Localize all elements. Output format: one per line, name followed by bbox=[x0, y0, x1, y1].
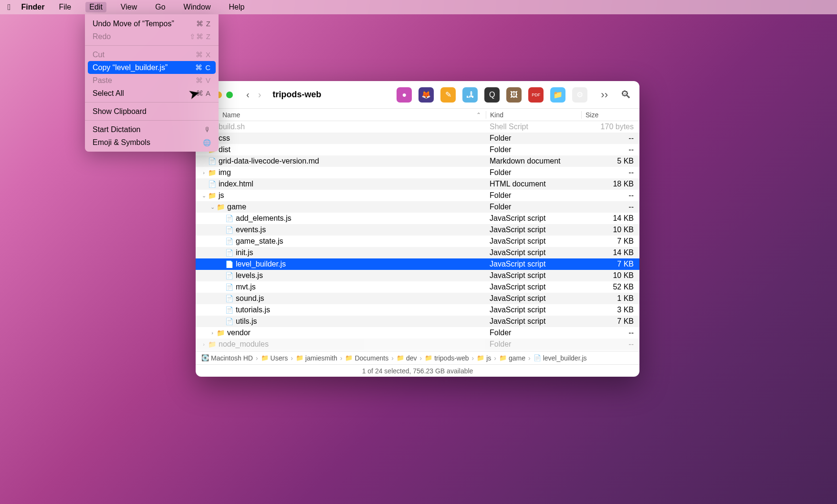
file-icon: 📄 bbox=[224, 272, 234, 279]
menu-undo[interactable]: Undo Move of “Tempos” ⌘ Z bbox=[85, 17, 219, 30]
file-name: dist bbox=[217, 145, 486, 154]
folder-icon: 📁 bbox=[207, 169, 217, 176]
menu-show-clipboard[interactable]: Show Clipboard bbox=[85, 105, 219, 118]
path-segment[interactable]: 📁Documents bbox=[345, 354, 388, 362]
menu-paste: Paste ⌘ V bbox=[85, 74, 219, 87]
search-icon[interactable]: 🔍︎ bbox=[620, 89, 631, 101]
overflow-button[interactable]: ›› bbox=[601, 89, 608, 101]
toolbar-app-app6[interactable]: 🖼 bbox=[506, 87, 522, 103]
file-kind: Folder bbox=[486, 340, 581, 349]
menu-paste-label: Paste bbox=[93, 76, 112, 85]
path-separator-icon: › bbox=[340, 354, 343, 362]
file-row[interactable]: 📄mvt.jsJavaScript script52 KB bbox=[196, 281, 639, 293]
menu-window[interactable]: Window bbox=[180, 2, 215, 12]
menu-help[interactable]: Help bbox=[225, 2, 248, 12]
path-label: tripods-web bbox=[434, 354, 469, 362]
file-size: -- bbox=[581, 134, 634, 143]
path-segment[interactable]: 📁js bbox=[477, 354, 491, 362]
toolbar-app-app9[interactable]: ⚙ bbox=[572, 87, 587, 103]
toolbar-app-pdf[interactable]: PDF bbox=[528, 87, 544, 103]
file-row[interactable]: ›📁node_modulesFolder-- bbox=[196, 339, 639, 350]
path-icon: 📁 bbox=[261, 354, 269, 361]
file-row[interactable]: 📄grid-data-livecode-version.mdMarkdown d… bbox=[196, 155, 639, 167]
folder-icon: 📁 bbox=[216, 329, 225, 337]
column-headers: Name ⌃ Kind Size bbox=[196, 109, 639, 121]
disclosure-icon[interactable]: › bbox=[209, 330, 216, 336]
header-name[interactable]: Name ⌃ bbox=[196, 111, 486, 119]
toolbar-app-firefox[interactable]: 🦊 bbox=[418, 87, 434, 103]
file-row[interactable]: 📄tutorials.jsJavaScript script3 KB bbox=[196, 304, 639, 316]
sort-indicator-icon: ⌃ bbox=[476, 112, 481, 118]
path-segment[interactable]: 📁game bbox=[499, 354, 525, 362]
menu-view[interactable]: View bbox=[117, 2, 141, 12]
toolbar-app-app1[interactable]: ● bbox=[397, 87, 412, 103]
path-label: dev bbox=[406, 354, 417, 362]
disclosure-icon[interactable]: › bbox=[200, 341, 207, 347]
disclosure-icon[interactable]: › bbox=[200, 170, 207, 175]
path-icon: 📁 bbox=[499, 354, 507, 361]
file-row[interactable]: 📄levels.jsJavaScript script10 KB bbox=[196, 270, 639, 281]
file-row[interactable]: 📁cssFolder-- bbox=[196, 133, 639, 144]
file-row[interactable]: 📄build.shShell Script170 bytes bbox=[196, 121, 639, 133]
toolbar-app-quicktime[interactable]: Q bbox=[484, 87, 500, 103]
header-kind[interactable]: Kind bbox=[486, 111, 581, 119]
file-name: tutorials.js bbox=[234, 306, 486, 314]
path-segment[interactable]: 📁dev bbox=[397, 354, 417, 362]
file-size: 7 KB bbox=[581, 237, 634, 246]
path-segment[interactable]: 💽Macintosh HD bbox=[201, 354, 253, 362]
app-name[interactable]: Finder bbox=[21, 3, 45, 11]
path-segment[interactable]: 📁Users bbox=[261, 354, 288, 362]
header-size[interactable]: Size bbox=[581, 111, 634, 119]
menu-dictation[interactable]: Start Dictation 🎙 bbox=[85, 123, 219, 136]
file-list[interactable]: 📄build.shShell Script170 bytes📁cssFolder… bbox=[196, 121, 639, 351]
file-name: game bbox=[225, 203, 486, 211]
back-button[interactable]: ‹ bbox=[246, 89, 250, 100]
disclosure-icon[interactable]: ⌄ bbox=[209, 204, 216, 210]
menu-emoji[interactable]: Emoji & Symbols 🌐 bbox=[85, 136, 219, 149]
toolbar-app-app3[interactable]: ✎ bbox=[440, 87, 456, 103]
toolbar-app-folder[interactable]: 📁 bbox=[550, 87, 565, 103]
file-kind: JavaScript script bbox=[486, 306, 581, 314]
file-row[interactable]: 📄events.jsJavaScript script10 KB bbox=[196, 224, 639, 236]
file-row[interactable]: ⌄📁jsFolder-- bbox=[196, 190, 639, 201]
file-row[interactable]: 📄index.htmlHTML document18 KB bbox=[196, 178, 639, 190]
file-name: node_modules bbox=[217, 340, 486, 349]
folder-icon: 📁 bbox=[207, 340, 217, 348]
menu-redo-shortcut: ⇧⌘ Z bbox=[189, 32, 211, 41]
file-row[interactable]: 📁distFolder-- bbox=[196, 144, 639, 155]
file-row[interactable]: 📄sound.jsJavaScript script1 KB bbox=[196, 293, 639, 304]
path-segment[interactable]: 📁tripods-web bbox=[425, 354, 469, 362]
path-separator-icon: › bbox=[291, 354, 293, 362]
forward-button[interactable]: › bbox=[258, 89, 262, 100]
menubar:  Finder File Edit View Go Window Help bbox=[0, 0, 837, 14]
menu-copy[interactable]: Copy “level_builder.js” ⌘ C bbox=[88, 61, 216, 74]
menu-dictation-label: Start Dictation bbox=[93, 125, 140, 134]
path-icon: 💽 bbox=[201, 354, 209, 361]
file-row[interactable]: 📄init.jsJavaScript script14 KB bbox=[196, 247, 639, 258]
path-segment[interactable]: 📄level_builder.js bbox=[534, 354, 587, 362]
file-row[interactable]: 📄add_elements.jsJavaScript script14 KB bbox=[196, 213, 639, 224]
file-row[interactable]: 📄game_state.jsJavaScript script7 KB bbox=[196, 236, 639, 247]
file-row[interactable]: 📄level_builder.jsJavaScript script7 KB bbox=[196, 258, 639, 270]
disclosure-icon[interactable]: ⌄ bbox=[200, 193, 207, 199]
path-segment[interactable]: 📁jamiesmith bbox=[296, 354, 337, 362]
menu-undo-label: Undo Move of “Tempos” bbox=[93, 20, 174, 28]
path-icon: 📁 bbox=[397, 354, 404, 361]
file-row[interactable]: ⌄📁gameFolder-- bbox=[196, 201, 639, 213]
file-name: level_builder.js bbox=[234, 260, 486, 268]
file-row[interactable]: 📄utils.jsJavaScript script7 KB bbox=[196, 316, 639, 327]
file-name: img bbox=[217, 168, 486, 177]
globe-icon: 🌐 bbox=[203, 139, 211, 146]
apple-menu[interactable]:  bbox=[8, 2, 11, 12]
toolbar-app-preview[interactable]: 🏞 bbox=[462, 87, 478, 103]
titlebar[interactable]: ‹ › tripods-web ●🦊✎🏞Q🖼PDF📁⚙ ›› 🔍︎ bbox=[196, 81, 639, 109]
path-bar[interactable]: 💽Macintosh HD›📁Users›📁jamiesmith›📁Docume… bbox=[196, 351, 639, 364]
path-icon: 📄 bbox=[534, 354, 541, 361]
menu-go[interactable]: Go bbox=[151, 2, 169, 12]
file-row[interactable]: ›📁vendorFolder-- bbox=[196, 327, 639, 339]
maximize-button[interactable] bbox=[226, 92, 233, 98]
menu-edit[interactable]: Edit bbox=[85, 2, 106, 12]
menu-file[interactable]: File bbox=[55, 2, 75, 12]
file-row[interactable]: ›📁imgFolder-- bbox=[196, 167, 639, 178]
file-name: init.js bbox=[234, 248, 486, 257]
